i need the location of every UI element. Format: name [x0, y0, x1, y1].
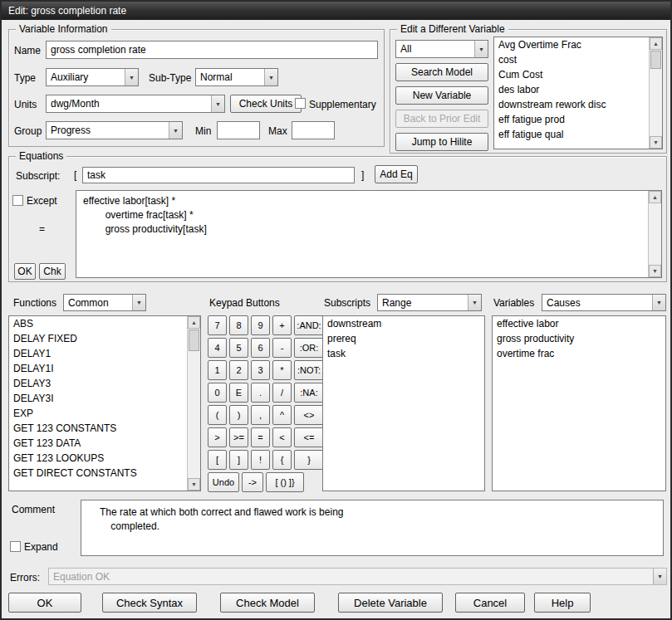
- check-model-button[interactable]: Check Model: [220, 593, 315, 613]
- dropdown-arrow-icon[interactable]: ▼: [474, 41, 488, 57]
- dropdown-arrow-icon[interactable]: ▼: [652, 295, 665, 310]
- list-item[interactable]: downstream rework disc: [494, 97, 662, 112]
- add-eq-button[interactable]: Add Eq: [375, 165, 418, 183]
- list-item[interactable]: DELAY3: [9, 376, 200, 391]
- dropdown-arrow-icon[interactable]: ▼: [653, 569, 666, 584]
- keypad-button[interactable]: 7: [208, 315, 227, 335]
- search-model-button[interactable]: Search Model: [395, 63, 488, 81]
- functions-filter-select[interactable]: Common ▼: [63, 294, 146, 311]
- keypad-button[interactable]: !: [251, 450, 270, 470]
- keypad-button[interactable]: {: [272, 450, 292, 470]
- list-item[interactable]: eff fatigue qual: [494, 127, 662, 142]
- scrollbar[interactable]: ▲ ▼: [648, 191, 661, 277]
- list-item[interactable]: effective labor: [493, 316, 665, 331]
- dropdown-arrow-icon[interactable]: ▼: [125, 69, 138, 85]
- keypad-button[interactable]: <>: [294, 405, 324, 425]
- brackets-button[interactable]: [ () ]}: [266, 472, 304, 492]
- keypad-button[interactable]: :NA:: [294, 383, 324, 403]
- list-item[interactable]: prereq: [323, 331, 484, 346]
- keypad-button[interactable]: 1: [208, 360, 227, 380]
- list-item[interactable]: ABS: [9, 316, 200, 331]
- variable-filter-select[interactable]: All ▼: [395, 40, 488, 58]
- max-input[interactable]: [292, 121, 335, 139]
- keypad-button[interactable]: :OR:: [294, 338, 324, 358]
- list-item[interactable]: cost: [494, 52, 662, 67]
- scrollbar[interactable]: ▲ ▼: [649, 37, 662, 149]
- keypad-button[interactable]: 6: [251, 338, 270, 358]
- delete-variable-button[interactable]: Delete Variable: [338, 593, 443, 613]
- help-button[interactable]: Help: [534, 593, 591, 613]
- functions-list[interactable]: ABS DELAY FIXED DELAY1 DELAY1I DELAY3 DE…: [8, 315, 201, 491]
- scroll-up-icon[interactable]: ▲: [649, 191, 661, 203]
- errors-select[interactable]: Equation OK ▼: [48, 568, 667, 585]
- keypad-button[interactable]: =: [251, 427, 270, 447]
- name-input[interactable]: [46, 41, 378, 59]
- jump-to-hilite-button[interactable]: Jump to Hilite: [395, 133, 488, 151]
- list-item[interactable]: DELAY1: [9, 346, 200, 361]
- variables-list[interactable]: effective labor gross productivity overt…: [492, 315, 666, 491]
- keypad-button[interactable]: 0: [208, 383, 227, 403]
- subtype-select[interactable]: Normal ▼: [195, 68, 278, 86]
- subscripts-list[interactable]: downstream prereq task: [322, 315, 485, 491]
- equation-ok-button[interactable]: OK: [14, 263, 36, 280]
- keypad-button[interactable]: >: [208, 427, 227, 447]
- group-select[interactable]: Progress ▼: [46, 121, 183, 139]
- list-item[interactable]: GET 123 DATA: [9, 436, 200, 451]
- list-item[interactable]: DELAY3I: [9, 391, 200, 406]
- check-units-button[interactable]: Check Units: [230, 95, 302, 113]
- scroll-down-icon[interactable]: ▼: [188, 478, 200, 491]
- scrollbar[interactable]: ▲ ▼: [187, 316, 200, 491]
- dropdown-arrow-icon[interactable]: ▼: [132, 295, 145, 310]
- equation-chk-button[interactable]: Chk: [39, 263, 66, 280]
- list-item[interactable]: Avg Overtime Frac: [494, 37, 662, 52]
- scroll-down-icon[interactable]: ▼: [649, 265, 661, 277]
- scroll-down-icon[interactable]: ▼: [650, 136, 662, 149]
- list-item[interactable]: des labor: [494, 82, 662, 97]
- dropdown-arrow-icon[interactable]: ▼: [211, 95, 224, 112]
- subscript-input[interactable]: [82, 167, 355, 183]
- dropdown-arrow-icon[interactable]: ▼: [468, 295, 481, 310]
- list-item[interactable]: task: [323, 346, 484, 361]
- list-item[interactable]: downstream: [323, 316, 484, 331]
- variables-filter-select[interactable]: Causes ▼: [542, 294, 666, 311]
- keypad-button[interactable]: :NOT:: [294, 360, 324, 380]
- keypad-button[interactable]: ): [229, 405, 248, 425]
- scrollbar-thumb[interactable]: [650, 51, 661, 69]
- min-input[interactable]: [217, 121, 260, 139]
- dropdown-arrow-icon[interactable]: ▼: [264, 69, 277, 85]
- subscripts-filter-select[interactable]: Range ▼: [377, 294, 482, 311]
- list-item[interactable]: overtime frac: [493, 346, 665, 361]
- keypad-button[interactable]: 9: [251, 315, 270, 335]
- keypad-button[interactable]: :AND:: [294, 315, 324, 335]
- equation-editor[interactable]: effective labor[task] * overtime frac[ta…: [76, 190, 662, 278]
- keypad-button[interactable]: /: [272, 383, 292, 403]
- keypad-button[interactable]: <=: [294, 427, 324, 447]
- dropdown-arrow-icon[interactable]: ▼: [169, 122, 182, 139]
- keypad-button[interactable]: 8: [229, 315, 248, 335]
- scrollbar-thumb[interactable]: [189, 330, 199, 351]
- keypad-button[interactable]: *: [272, 360, 292, 380]
- expand-checkbox[interactable]: [10, 541, 21, 552]
- supplementary-checkbox[interactable]: [295, 98, 306, 109]
- except-checkbox[interactable]: [12, 195, 23, 206]
- variable-list[interactable]: Avg Overtime Frac cost Cum Cost des labo…: [493, 37, 663, 149]
- list-item[interactable]: GET DIRECT CONSTANTS: [9, 466, 200, 481]
- type-select[interactable]: Auxiliary ▼: [46, 68, 139, 86]
- keypad-button[interactable]: +: [272, 315, 292, 335]
- keypad-button[interactable]: [: [208, 450, 227, 470]
- keypad-button[interactable]: .: [251, 383, 270, 403]
- undo-button[interactable]: Undo: [208, 472, 239, 492]
- list-item[interactable]: DELAY1I: [9, 361, 200, 376]
- list-item[interactable]: Cum Cost: [494, 67, 662, 82]
- keypad-button[interactable]: 2: [229, 360, 248, 380]
- list-item[interactable]: DELAY FIXED: [9, 331, 200, 346]
- keypad-button[interactable]: <: [272, 427, 292, 447]
- list-item[interactable]: GET 123 LOOKUPS: [9, 451, 200, 466]
- list-item[interactable]: GET 123 CONSTANTS: [9, 421, 200, 436]
- keypad-button[interactable]: >=: [229, 427, 248, 447]
- keypad-button[interactable]: }: [294, 450, 324, 470]
- cancel-button[interactable]: Cancel: [455, 593, 525, 613]
- keypad-button[interactable]: 5: [229, 338, 248, 358]
- keypad-button[interactable]: E: [229, 383, 248, 403]
- ok-button[interactable]: OK: [8, 593, 81, 613]
